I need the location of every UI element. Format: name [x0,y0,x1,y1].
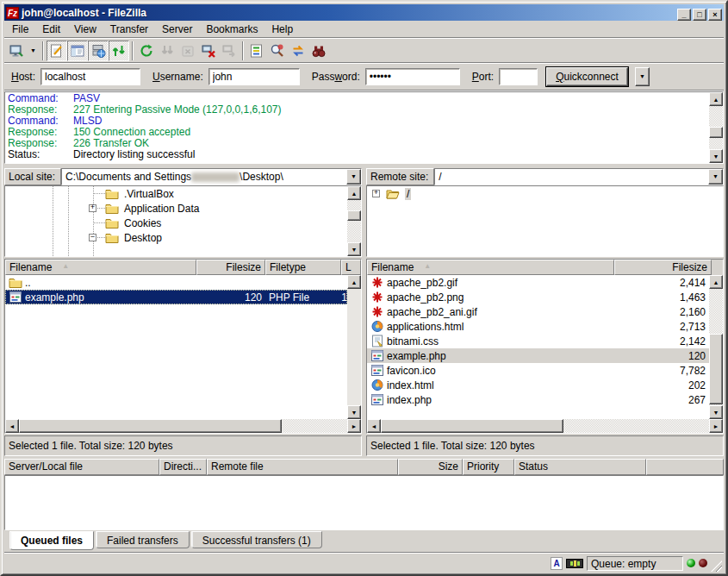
tab-successful-transfers-1[interactable]: Successful transfers (1) [191,531,322,548]
column-header-filesize[interactable]: Filesize [196,260,265,275]
toggle-remote-tree-icon[interactable] [88,41,109,61]
queue-column-priority[interactable]: Priority [463,459,514,475]
local-list-horizontal-scrollbar[interactable]: ◄ ► [5,419,361,433]
find-files-icon[interactable] [308,41,329,61]
menu-transfer[interactable]: Transfer [103,22,155,37]
minimize-button[interactable]: _ [677,9,691,21]
username-input[interactable] [208,68,300,85]
speed-limits-icon[interactable] [566,559,583,568]
file-row-apache-pb2-ani-gif[interactable]: apache_pb2_ani.gif2,160 [367,304,709,319]
scrollbar-thumb[interactable] [347,210,361,221]
scroll-right-icon[interactable]: ► [709,419,723,433]
file-row-index-html[interactable]: index.html202 [367,378,709,392]
site-manager-icon[interactable] [6,41,27,61]
file-row-apache-pb2-png[interactable]: apache_pb2.png1,463 [367,290,709,304]
scroll-left-icon[interactable]: ◄ [5,419,19,433]
close-button[interactable]: × [708,9,722,21]
tab-failed-transfers[interactable]: Failed transfers [96,531,190,548]
column-header-l[interactable]: L [341,260,361,275]
tree-item-cookies[interactable]: Cookies [5,216,347,230]
file-row-index-php[interactable]: index.php267 [367,392,709,407]
queue-column-server-local-file[interactable]: Server/Local file [4,459,159,475]
menu-help[interactable]: Help [264,22,300,37]
refresh-icon[interactable] [136,41,157,61]
menu-edit[interactable]: Edit [35,22,67,37]
resize-grip[interactable] [711,560,722,572]
cancel-operation-icon [177,41,198,61]
column-header-filename[interactable]: Filename▲ [5,260,196,275]
file-row-example-php[interactable]: example.php120PHP File1 [5,290,347,304]
queue-body[interactable] [4,475,724,530]
file-row-applications-html[interactable]: applications.html2,713 [367,319,709,334]
toggle-local-tree-icon[interactable] [67,41,88,61]
file-row-[interactable]: .. [5,275,347,290]
disconnect-icon[interactable] [198,41,219,61]
queue-column-size[interactable]: Size [398,459,463,475]
file-row-example-php[interactable]: example.php120 [367,348,709,363]
local-path-combo[interactable]: C:\Documents and Settings\Desktop\ ▼ [61,168,362,185]
data-type-icon[interactable]: A [551,557,563,570]
column-header-filename[interactable]: Filename▲ [367,260,614,275]
local-list-vertical-scrollbar[interactable]: ▲ ▼ [347,275,361,419]
scroll-up-icon[interactable]: ▲ [709,92,723,106]
scrollbar-thumb[interactable] [709,334,723,404]
tree-item-virtualbox[interactable]: .VirtualBox [5,186,347,201]
menu-bookmarks[interactable]: Bookmarks [199,22,264,37]
menu-server[interactable]: Server [155,22,199,37]
file-row-apache-pb2-gif[interactable]: apache_pb2.gif2,414 [367,275,709,290]
log-vertical-scrollbar[interactable]: ▲ ▼ [709,92,723,163]
scroll-down-icon[interactable]: ▼ [347,405,361,419]
column-header-filetype[interactable]: Filetype [265,260,341,275]
menu-view[interactable]: View [67,22,103,37]
toggle-transfer-queue-icon[interactable] [109,41,129,61]
filter-icon[interactable] [246,41,267,61]
file-row-bitnami-css[interactable]: bitnami.css2,142 [367,334,709,348]
remote-directory-tree[interactable]: +/ [367,186,723,256]
image-file-icon [370,291,384,304]
scroll-right-icon[interactable]: ► [347,419,361,433]
menu-file[interactable]: File [5,22,35,37]
selection-status-row: Selected 1 file. Total size: 120 bytes S… [4,435,724,456]
scroll-up-icon[interactable]: ▲ [709,275,723,289]
synchronized-browsing-icon[interactable] [288,41,308,61]
scroll-down-icon[interactable]: ▼ [347,242,361,256]
scrollbar-thumb[interactable] [381,419,563,433]
scrollbar-thumb[interactable] [709,127,723,138]
scroll-left-icon[interactable]: ◄ [367,419,381,433]
queue-column-directi[interactable]: Directi... [159,459,207,475]
expand-icon[interactable]: + [372,190,380,197]
tree-item-label: / [405,188,411,200]
remote-path-dropdown-icon[interactable]: ▼ [708,169,723,185]
password-input[interactable] [365,68,460,85]
tree-item-application-data[interactable]: +Application Data [5,201,347,216]
port-input[interactable] [499,68,538,85]
title-bar[interactable]: Fz john@localhost - FileZilla _□× [4,4,724,21]
scroll-up-icon[interactable]: ▲ [347,275,361,289]
column-header-filesize[interactable]: Filesize [614,260,712,275]
directory-comparison-icon[interactable] [267,41,288,61]
quickconnect-dropdown-icon[interactable]: ▼ [635,67,650,86]
local-directory-tree[interactable]: .VirtualBox+Application DataCookies−Desk… [5,186,347,256]
scroll-down-icon[interactable]: ▼ [709,149,723,163]
local-path-dropdown-icon[interactable]: ▼ [346,169,361,185]
local-tree-vertical-scrollbar[interactable]: ▲ ▼ [347,186,361,256]
tree-item-root[interactable]: +/ [367,186,723,201]
remote-list-horizontal-scrollbar[interactable]: ◄ ► [367,419,723,433]
tab-queued-files[interactable]: Queued files [9,531,94,550]
toggle-message-log-icon[interactable] [47,41,67,61]
queue-column-status[interactable]: Status [514,459,646,475]
queue-column-remote-file[interactable]: Remote file [207,459,398,475]
expand-icon[interactable]: + [89,204,96,212]
remote-path-combo[interactable]: / ▼ [434,168,724,185]
maximize-button[interactable]: □ [693,9,706,21]
file-row-favicon-ico[interactable]: favicon.ico7,782 [367,363,709,378]
collapse-icon[interactable]: − [89,234,96,241]
host-input[interactable] [40,68,140,85]
scroll-up-icon[interactable]: ▲ [347,186,361,200]
scroll-down-icon[interactable]: ▼ [709,405,723,419]
site-manager-dropdown-icon[interactable]: ▼ [27,41,40,61]
quickconnect-button[interactable]: Quickconnect [546,67,628,86]
remote-list-vertical-scrollbar[interactable]: ▲ ▼ [709,275,723,419]
scrollbar-thumb[interactable] [19,419,282,433]
tree-item-desktop[interactable]: −Desktop [5,230,347,245]
